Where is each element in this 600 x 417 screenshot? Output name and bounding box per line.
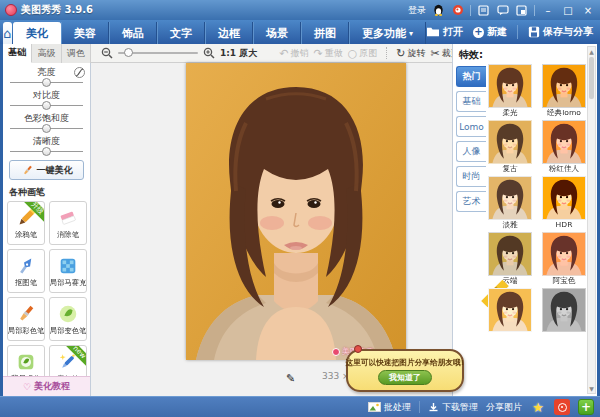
zoom-level-label[interactable]: 1:1 原大 — [220, 47, 257, 60]
add-share-button[interactable]: + — [578, 399, 594, 415]
share-picture-button[interactable]: 分享图片 — [486, 401, 522, 414]
cutout-pen-button[interactable]: 抠图笔 — [7, 249, 45, 293]
meitu-taotao-button[interactable]: ★ — [530, 399, 546, 415]
contrast-slider-row: 对比度 — [10, 90, 83, 110]
mini-window-icon[interactable] — [515, 4, 528, 17]
one-key-beautify-button[interactable]: 一键美化 — [9, 160, 84, 180]
redo-button[interactable]: ↷重做 — [313, 47, 342, 60]
category-fashion[interactable]: 时尚 — [456, 166, 486, 187]
home-tab[interactable]: ⌂ — [3, 22, 12, 44]
effect-grid: 柔光 经典lomo 复古 粉红佳人 淡雅 HDR — [488, 64, 588, 342]
effect-thumbnail — [488, 232, 532, 276]
effect-retro[interactable]: 复古 — [488, 120, 532, 174]
scroll-up-icon[interactable]: ▲ — [588, 47, 595, 56]
effects-scrollbar[interactable]: ▲ ▼ — [587, 46, 596, 394]
save-share-button[interactable]: 保存与分享 — [528, 25, 593, 39]
crop-scissors-icon: ✂ — [431, 48, 440, 59]
sharpness-slider-handle[interactable] — [42, 147, 51, 156]
saturation-slider[interactable] — [10, 124, 83, 133]
contrast-slider[interactable] — [10, 101, 83, 110]
saturation-slider-row: 色彩饱和度 — [10, 113, 83, 133]
download-manager-button[interactable]: 下载管理 — [428, 401, 478, 414]
tab-accessories[interactable]: 饰品 — [109, 22, 157, 44]
category-art[interactable]: 艺术 — [456, 191, 486, 212]
weibo-share-button[interactable] — [554, 399, 570, 415]
photo-image[interactable] — [186, 63, 406, 360]
brightness-slider-handle[interactable] — [42, 78, 51, 87]
effect-abao-color[interactable]: 阿宝色 — [542, 232, 586, 286]
effect-black-white[interactable] — [542, 288, 586, 342]
weibo-eye-icon — [558, 403, 567, 412]
effect-categories: 热门 基础 Lomo 人像 时尚 艺术 — [456, 66, 486, 212]
tab-text[interactable]: 文字 — [157, 22, 205, 44]
zoom-out-icon[interactable] — [101, 47, 113, 59]
weibo-icon[interactable] — [451, 4, 464, 17]
curve-adjust-icon[interactable] — [74, 67, 85, 78]
scrollbar-thumb[interactable] — [589, 57, 594, 99]
open-button[interactable]: 打开 — [426, 25, 463, 39]
beautify-tutorial-link[interactable]: ♡ 美化教程 — [3, 376, 90, 396]
message-icon[interactable] — [496, 4, 509, 17]
rotate-button[interactable]: ↻旋转 — [396, 47, 425, 60]
effect-hdr[interactable]: HDR — [542, 176, 586, 230]
effect-pink-beauty[interactable]: 粉红佳人 — [542, 120, 586, 174]
saturation-slider-handle[interactable] — [42, 124, 51, 133]
effect-soft-light[interactable]: 柔光 — [488, 64, 532, 118]
effect-thumbnail — [488, 64, 532, 108]
caret-down-icon: ▾ — [409, 29, 413, 38]
sharpness-slider[interactable] — [10, 147, 83, 156]
effect-classic-lomo[interactable]: 经典lomo — [542, 64, 586, 118]
batch-image-icon — [368, 402, 381, 412]
effect-thumbnail — [542, 64, 586, 108]
plus-circle-icon: + — [473, 27, 484, 38]
subtab-basic[interactable]: 基础 — [3, 44, 32, 63]
subtab-advanced[interactable]: 高级 — [32, 44, 61, 63]
batch-process-button[interactable]: 批处理 — [368, 401, 411, 414]
maximize-button[interactable]: □ — [561, 4, 575, 17]
close-button[interactable]: × — [581, 4, 595, 17]
eraser-pen-button[interactable]: 消除笔 — [49, 201, 87, 245]
local-color-pen-button[interactable]: 局部彩色笔 — [7, 297, 45, 341]
tab-scene[interactable]: 场景 — [253, 22, 301, 44]
minimize-button[interactable]: – — [541, 4, 555, 17]
got-it-button[interactable]: 我知道了 — [378, 370, 432, 385]
local-recolor-pen-button[interactable]: 局部变色笔 — [49, 297, 87, 341]
effect-thumbnail — [542, 288, 586, 332]
qq-icon[interactable] — [432, 4, 445, 17]
contrast-slider-handle[interactable] — [42, 101, 51, 110]
effect-elegant[interactable]: 淡雅 — [488, 176, 532, 230]
subtab-tone[interactable]: 调色 — [62, 44, 91, 63]
hand-doodle-icon: ♡ — [23, 382, 31, 392]
zoom-in-icon[interactable] — [203, 47, 215, 59]
tab-cosmetic[interactable]: 美容 — [61, 22, 109, 44]
brightness-slider-row: 亮度 — [10, 67, 83, 87]
tab-beautify[interactable]: 美化 — [13, 22, 61, 44]
doodle-pen-button[interactable]: 升级 涂鸦笔 — [7, 201, 45, 245]
category-portrait[interactable]: 人像 — [456, 141, 486, 162]
tab-collage[interactable]: 拼图 — [301, 22, 349, 44]
category-basic[interactable]: 基础 — [456, 91, 486, 112]
login-link[interactable]: 登录 — [408, 4, 426, 17]
undo-icon: ↶ — [279, 48, 288, 59]
sharpness-slider-row: 清晰度 — [10, 136, 83, 156]
effect-thumbnail — [542, 232, 586, 276]
edit-toolbar: 基础 高级 调色 1:1 原大 ↶撤销 ↷重做 ○原图 ↻旋转 ✂裁剪 尺寸 — [3, 44, 452, 63]
category-lomo[interactable]: Lomo — [456, 116, 486, 137]
zoom-slider-handle[interactable] — [124, 48, 133, 57]
effect-vip[interactable]: 会员 — [488, 288, 532, 342]
new-button[interactable]: + 新建 — [473, 25, 507, 39]
brightness-slider[interactable] — [10, 78, 83, 87]
pen-nib-icon — [15, 255, 37, 277]
title-bar: 美图秀秀 3.9.6 登录 – □ × — [0, 0, 600, 20]
feedback-icon[interactable] — [477, 4, 490, 17]
scroll-down-icon[interactable]: ▼ — [588, 384, 595, 393]
original-button[interactable]: ○原图 — [348, 47, 378, 60]
zoom-slider[interactable] — [118, 52, 198, 54]
tab-more-features[interactable]: 更多功能▾ — [349, 22, 426, 44]
category-hot[interactable]: 热门 — [456, 66, 486, 87]
color-brush-icon — [15, 303, 37, 325]
undo-button[interactable]: ↶撤销 — [279, 47, 308, 60]
tab-frame[interactable]: 边框 — [205, 22, 253, 44]
local-mosaic-button[interactable]: 局部马赛克 — [49, 249, 87, 293]
effect-cloud[interactable]: 云端 — [488, 232, 532, 286]
